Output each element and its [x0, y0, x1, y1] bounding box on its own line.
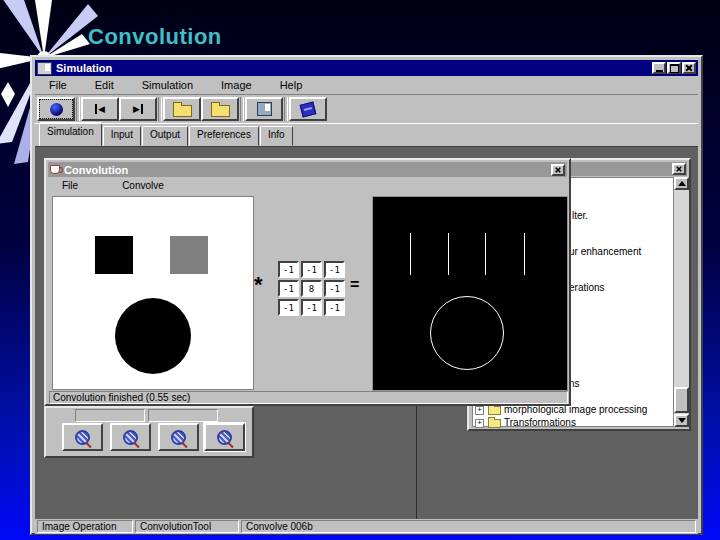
close-button[interactable]	[682, 62, 696, 74]
folder-icon	[488, 419, 501, 428]
panel-divider	[416, 406, 417, 520]
tree-expand-icon[interactable]	[475, 406, 484, 415]
tree-close-button[interactable]	[672, 163, 686, 175]
input-gray-square	[170, 236, 208, 274]
kernel-cell[interactable]: -1	[324, 280, 345, 297]
tree-item-fragment: erations	[569, 282, 605, 293]
tree-item-fragment: ur enhancement	[569, 246, 641, 257]
edge-line	[485, 233, 486, 275]
convolution-window-title: Convolution	[64, 164, 550, 176]
menu-edit[interactable]: Edit	[81, 77, 128, 93]
tab-output[interactable]: Output	[142, 126, 188, 146]
menu-image[interactable]: Image	[207, 77, 266, 93]
tab-info[interactable]: Info	[260, 126, 293, 146]
open-folder-icon	[173, 105, 192, 117]
step-first-button[interactable]	[81, 97, 119, 121]
kernel-cell[interactable]: -1	[278, 299, 299, 316]
kernel-grid: -1 -1 -1 -1 8 -1 -1 -1 -1	[278, 261, 345, 316]
help-button[interactable]	[289, 97, 327, 121]
output-image-canvas	[372, 196, 568, 391]
edge-line	[448, 233, 449, 275]
step-last-icon	[133, 104, 143, 114]
convolution-status: Convolution finished (0.55 sec)	[49, 391, 568, 404]
help-book-icon	[300, 101, 317, 117]
app-icon	[37, 62, 52, 75]
conv-menu-file[interactable]: File	[48, 180, 92, 191]
input-image-canvas	[52, 196, 254, 390]
titlebar[interactable]: Simulation	[35, 60, 698, 76]
tab-simulation[interactable]: Simulation	[39, 123, 102, 146]
convolution-close-button[interactable]	[551, 164, 565, 176]
kernel-cell[interactable]: -1	[301, 261, 322, 278]
tree-item-fragment: lter.	[572, 210, 588, 221]
toolbar-separator	[158, 97, 162, 121]
kernel-cell[interactable]: -1	[278, 261, 299, 278]
open-output-button[interactable]	[201, 97, 239, 121]
run-button[interactable]	[37, 97, 75, 121]
simulation-window: Simulation File Edit Simulation Image He…	[30, 55, 703, 535]
zoom-icon	[217, 430, 232, 445]
tree-item[interactable]: Transformations	[504, 417, 576, 428]
run-icon	[50, 103, 63, 116]
minimize-button[interactable]	[652, 62, 666, 74]
window-title: Simulation	[56, 62, 651, 74]
close-icon	[555, 166, 561, 172]
folder-icon	[488, 406, 501, 415]
kernel-cell[interactable]: -1	[278, 280, 299, 297]
slide: Convolution Simulation File Edit Simulat…	[0, 0, 720, 540]
maximize-icon	[670, 64, 679, 73]
app-statusbar: Image Operation ConvolutionTool Convolve…	[35, 519, 698, 534]
zoom-button-3[interactable]	[158, 423, 199, 451]
convolution-titlebar[interactable]: Convolution	[48, 162, 567, 177]
input-black-square	[95, 236, 133, 274]
tree-scrollbar[interactable]	[674, 177, 689, 427]
status-cell-tool: ConvolutionTool	[135, 520, 239, 533]
close-icon	[685, 64, 693, 72]
conv-menu-convolve[interactable]: Convolve	[92, 180, 178, 191]
open-input-button[interactable]	[163, 97, 201, 121]
open-folder-icon	[211, 105, 230, 117]
zoom-button-4[interactable]	[204, 423, 245, 451]
zoom-button-2[interactable]	[110, 423, 151, 451]
menu-help[interactable]: Help	[266, 77, 317, 93]
edge-circle-outline	[430, 296, 504, 370]
status-cell-convolve: Convolve 006b	[241, 520, 696, 533]
kernel-cell[interactable]: -1	[324, 299, 345, 316]
client-area: lter. ur enhancement erations ns morphol…	[35, 146, 698, 519]
zoom-panel	[44, 406, 254, 458]
menu-file[interactable]: File	[35, 77, 81, 93]
edge-line	[524, 233, 525, 275]
save-icon	[257, 102, 272, 116]
tab-preferences[interactable]: Preferences	[189, 126, 259, 146]
scroll-down-button[interactable]	[674, 414, 689, 427]
zoom-field[interactable]	[148, 409, 218, 422]
zoom-field[interactable]	[75, 409, 145, 422]
kernel-cell[interactable]: 8	[301, 280, 322, 297]
zoom-icon	[123, 430, 138, 445]
kernel-cell[interactable]: -1	[324, 261, 345, 278]
equals-sign: =	[350, 276, 359, 294]
toolbar-separator	[240, 97, 244, 121]
convolution-menubar: File Convolve	[48, 177, 567, 193]
kernel-cell[interactable]: -1	[301, 299, 322, 316]
tree-expand-icon[interactable]	[475, 419, 484, 428]
convolve-operator: *	[254, 272, 263, 298]
zoom-icon	[171, 430, 186, 445]
toolbar-separator	[76, 97, 80, 121]
status-cell-operation: Image Operation	[37, 520, 133, 533]
tab-strip: Simulation Input Output Preferences Info	[35, 124, 698, 146]
scrollbar-thumb[interactable]	[674, 387, 689, 413]
slide-title: Convolution	[88, 24, 222, 50]
minimize-icon	[656, 63, 663, 72]
tab-input[interactable]: Input	[103, 126, 141, 146]
scroll-up-button[interactable]	[674, 177, 689, 190]
zoom-button-1[interactable]	[62, 423, 103, 451]
save-button[interactable]	[245, 97, 283, 121]
edge-line	[410, 233, 411, 275]
maximize-button[interactable]	[667, 62, 681, 74]
cup-icon	[50, 165, 60, 174]
step-last-button[interactable]	[119, 97, 157, 121]
menu-simulation[interactable]: Simulation	[128, 77, 207, 93]
input-black-circle	[115, 298, 191, 374]
close-icon	[676, 166, 682, 172]
